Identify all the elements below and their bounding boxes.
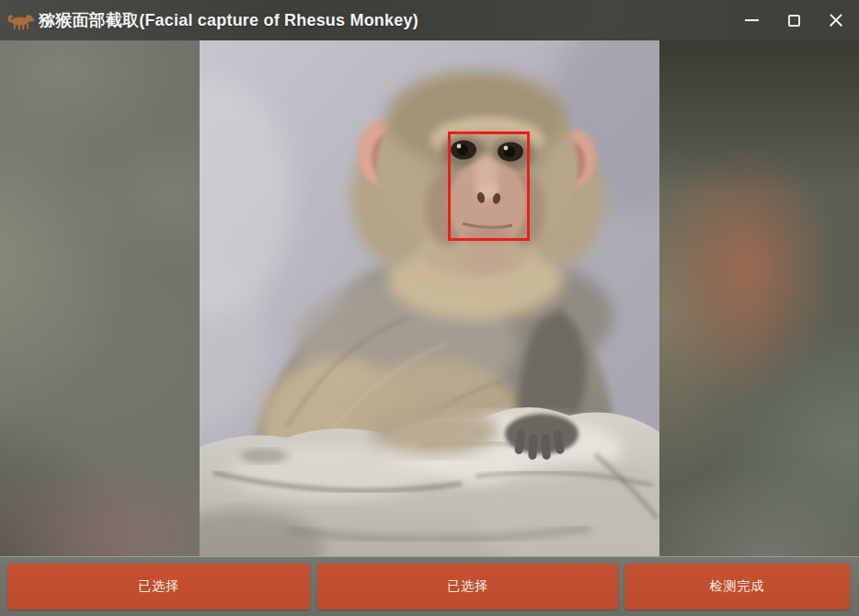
minimize-button[interactable] (730, 0, 773, 40)
close-button[interactable] (815, 0, 857, 40)
face-detection-box[interactable] (448, 131, 530, 241)
monkey-photo-canvas[interactable] (200, 40, 659, 556)
minimize-icon (745, 19, 759, 21)
monkey-app-icon (6, 8, 37, 32)
blurred-backdrop-left (0, 40, 200, 556)
maximize-icon (788, 15, 800, 27)
close-icon (829, 13, 843, 28)
blurred-backdrop-right (659, 40, 859, 556)
detection-complete-button[interactable]: 检测完成 (624, 564, 850, 610)
selected-button-1[interactable]: 已选择 (7, 564, 310, 610)
app-window: 猕猴面部截取(Facial capture of Rhesus Monkey) (0, 0, 859, 616)
window-title: 猕猴面部截取(Facial capture of Rhesus Monkey) (39, 9, 418, 31)
selected-button-2[interactable]: 已选择 (317, 564, 618, 610)
title-bar: 猕猴面部截取(Facial capture of Rhesus Monkey) (0, 0, 859, 40)
fur-tuft (370, 407, 498, 455)
monkey-illustration (200, 40, 659, 556)
action-bar: 已选择 已选择 检测完成 (0, 556, 859, 616)
maximize-button[interactable] (773, 0, 815, 40)
window-controls (730, 0, 859, 40)
